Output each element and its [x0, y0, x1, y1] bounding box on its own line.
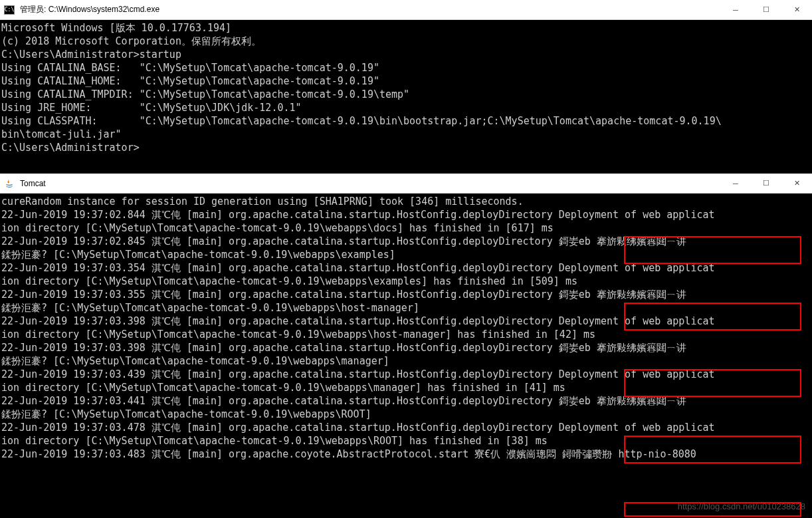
terminal-line: Using CATALINA_HOME: "C:\MySetup\Tomcat\…	[1, 74, 811, 88]
terminal-line: 22-Jun-2019 19:37:03.354 淇℃伅 [main] org.…	[1, 261, 811, 275]
watermark: https://blog.csdn.net/u010238628	[678, 501, 805, 511]
terminal-line: 22-Jun-2019 19:37:03.398 淇℃伅 [main] org.…	[1, 341, 811, 354]
terminal-line: Using CATALINA_BASE: "C:\MySetup\Tomcat\…	[1, 61, 811, 74]
terminal-line: Using CATALINA_TMPDIR: "C:\MySetup\Tomca…	[1, 88, 811, 101]
terminal-line: 22-Jun-2019 19:37:03.478 淇℃伅 [main] org.…	[1, 421, 811, 434]
cmd-window: C:\ 管理员: C:\Windows\system32\cmd.exe ─ ☐…	[0, 0, 812, 156]
tomcat-window: Tomcat ─ ☐ ✕ cureRandom instance for ses…	[0, 174, 812, 462]
close-button[interactable]: ✕	[781, 0, 812, 19]
tomcat-terminal-content[interactable]: cureRandom instance for session ID gener…	[0, 194, 812, 462]
terminal-line: ion directory [C:\MySetup\Tomcat\apache-…	[1, 381, 811, 394]
terminal-line: 22-Jun-2019 19:37:03.441 淇℃伅 [main] org.…	[1, 394, 811, 408]
terminal-line: Microsoft Windows [版本 10.0.17763.194]	[1, 21, 811, 35]
close-button[interactable]: ✕	[781, 174, 812, 193]
terminal-line: 22-Jun-2019 19:37:02.844 淇℃伅 [main] org.…	[1, 208, 811, 221]
terminal-line: cureRandom instance for session ID gener…	[1, 195, 811, 208]
terminal-line: ion directory [C:\MySetup\Tomcat\apache-…	[1, 434, 811, 448]
terminal-line: Using JRE_HOME: "C:\MySetup\JDK\jdk-12.0…	[1, 101, 811, 114]
cmd-titlebar[interactable]: C:\ 管理员: C:\Windows\system32\cmd.exe ─ ☐…	[0, 0, 812, 20]
cmd-terminal-content[interactable]: Microsoft Windows [版本 10.0.17763.194](c)…	[0, 20, 812, 156]
minimize-button[interactable]: ─	[720, 0, 751, 19]
terminal-line: C:\Users\Administrator>startup	[1, 48, 811, 61]
maximize-button[interactable]: ☐	[751, 0, 781, 19]
terminal-line: (c) 2018 Microsoft Corporation。保留所有权利。	[1, 35, 811, 48]
tomcat-title: Tomcat	[20, 179, 720, 188]
terminal-line: Using CLASSPATH: "C:\MySetup\Tomcat\apac…	[1, 114, 811, 128]
terminal-line: ion directory [C:\MySetup\Tomcat\apache-…	[1, 275, 811, 288]
terminal-line: ion directory [C:\MySetup\Tomcat\apache-…	[1, 221, 811, 235]
maximize-button[interactable]: ☐	[751, 174, 781, 193]
java-icon	[4, 178, 15, 189]
terminal-line: 22-Jun-2019 19:37:02.845 淇℃伅 [main] org.…	[1, 235, 811, 248]
terminal-line: 22-Jun-2019 19:37:03.439 淇℃伅 [main] org.…	[1, 368, 811, 381]
minimize-button[interactable]: ─	[720, 174, 751, 193]
terminal-line: 22-Jun-2019 19:37:03.355 淇℃伅 [main] org.…	[1, 288, 811, 301]
terminal-line: bin\tomcat-juli.jar"	[1, 128, 811, 141]
terminal-line: 22-Jun-2019 19:37:03.398 淇℃伅 [main] org.…	[1, 315, 811, 328]
terminal-line: 鍒扮洰褰? [C:\MySetup\Tomcat\apache-tomcat-9…	[1, 354, 811, 368]
terminal-line: 22-Jun-2019 19:37:03.483 淇℃伅 [main] org.…	[1, 448, 811, 461]
terminal-line: C:\Users\Administrator>	[1, 141, 811, 154]
terminal-line: ion directory [C:\MySetup\Tomcat\apache-…	[1, 328, 811, 341]
terminal-line: 鍒扮洰褰? [C:\MySetup\Tomcat\apache-tomcat-9…	[1, 248, 811, 261]
tomcat-titlebar[interactable]: Tomcat ─ ☐ ✕	[0, 174, 812, 194]
cmd-title: 管理员: C:\Windows\system32\cmd.exe	[20, 4, 720, 15]
cmd-icon: C:\	[4, 5, 15, 15]
terminal-line: 鍒扮洰褰? [C:\MySetup\Tomcat\apache-tomcat-9…	[1, 408, 811, 421]
terminal-line: 鍒扮洰褰? [C:\MySetup\Tomcat\apache-tomcat-9…	[1, 301, 811, 315]
